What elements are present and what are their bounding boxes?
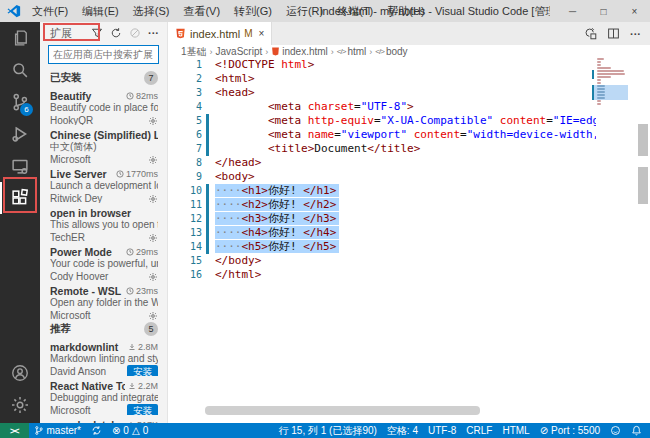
extension-item[interactable]: React Native Tools2.2MDebugging and inte… <box>40 376 167 415</box>
menu-item-2[interactable]: 选择(S) <box>126 0 177 22</box>
refresh-icon[interactable] <box>110 27 122 39</box>
tab-index-html[interactable]: index.html M × <box>168 22 272 45</box>
manage-gear-icon[interactable] <box>148 233 158 243</box>
minimap-line <box>597 85 605 87</box>
settings-gear-icon[interactable] <box>0 389 40 421</box>
breadcrumb-separator: › <box>331 47 334 57</box>
modified-line-indicator <box>202 128 215 142</box>
manage-gear-icon[interactable] <box>148 155 158 165</box>
breadcrumb: 1基础›JavaScript›index.html›</>html›</>bod… <box>168 45 650 58</box>
extensions-icon[interactable] <box>0 182 40 214</box>
editor-group[interactable]: index.html M × ··· 1基础›JavaScript›index.… <box>168 22 650 423</box>
more-actions-icon[interactable]: ··· <box>148 27 159 39</box>
sync-button[interactable] <box>86 423 107 438</box>
line-number: 13 <box>168 226 202 240</box>
code-line-9: 9<body> <box>168 170 596 184</box>
extension-item[interactable]: open in browserThis allows you to open t… <box>40 203 167 242</box>
live-server-port[interactable]: ⊘ Port : 5500 <box>535 423 605 438</box>
feedback-icon[interactable] <box>605 423 626 438</box>
extension-publisher: Microsoft <box>50 405 127 415</box>
clear-search-icon[interactable] <box>129 27 141 39</box>
extension-meta: 82ms <box>126 91 158 101</box>
extension-name: Live Server <box>50 168 113 180</box>
notifications-bell-icon[interactable] <box>626 423 650 438</box>
eol-sequence[interactable]: CRLF <box>461 423 497 438</box>
minimap-line <box>597 70 624 72</box>
account-icon[interactable] <box>0 357 40 389</box>
minimap-line <box>597 67 611 69</box>
extension-publisher: David Anson <box>50 366 127 376</box>
editor-more-actions-icon[interactable]: ··· <box>630 28 641 40</box>
menu-item-3[interactable]: 查看(V) <box>176 0 227 22</box>
modified-line-indicator <box>202 240 215 254</box>
extension-item[interactable]: markdownlint2.8MMarkdown linting and sty… <box>40 337 167 376</box>
extension-item[interactable]: Remote - WSL23msOpen any folder in the W… <box>40 281 167 320</box>
breadcrumb-item-0[interactable]: 1基础 <box>181 45 207 59</box>
cursor-position[interactable]: 行 15, 列 1 (已选择90) <box>274 423 382 438</box>
menu-item-4[interactable]: 转到(G) <box>227 0 279 22</box>
breadcrumb-item-4[interactable]: </>body <box>375 46 407 57</box>
warnings-icon: △ <box>132 423 140 438</box>
code-area[interactable]: 1<!DOCTYPE html>2<html>3<head>4 <meta ch… <box>168 58 596 423</box>
problems-item[interactable]: ⊗0 △0 <box>107 423 153 438</box>
minimize-button[interactable]: ─ <box>557 0 588 22</box>
menu-item-0[interactable]: 文件(F) <box>25 0 75 22</box>
breadcrumb-item-1[interactable]: JavaScript <box>216 46 263 57</box>
install-button[interactable]: 安装 <box>127 365 158 376</box>
minimap-line <box>597 79 601 81</box>
open-changes-icon[interactable] <box>584 27 597 40</box>
section-header-1[interactable]: 推荐5 <box>40 320 167 337</box>
filter-icon[interactable] <box>91 27 103 39</box>
manage-gear-icon[interactable] <box>148 116 158 126</box>
extension-publisher: Microsoft <box>50 154 148 164</box>
manage-gear-icon[interactable] <box>148 194 158 204</box>
extension-item[interactable]: Power Mode29msYour code is powerful, unl… <box>40 242 167 281</box>
encoding[interactable]: UTF-8 <box>423 423 461 438</box>
install-button[interactable]: 安装 <box>127 404 158 415</box>
split-editor-icon[interactable] <box>607 27 620 40</box>
tab-close-icon[interactable]: × <box>258 28 264 39</box>
extension-description: Markdown linting and style ... <box>50 353 158 365</box>
code-line-1: 1<!DOCTYPE html> <box>168 58 596 72</box>
breadcrumb-item-2[interactable]: index.html <box>271 46 328 57</box>
extension-description: 中文(简体) <box>50 141 158 153</box>
minimap-line <box>597 97 605 99</box>
clock-icon <box>126 92 134 100</box>
clock-icon <box>116 170 124 178</box>
git-branch-item[interactable]: master* <box>29 423 86 438</box>
extensions-search-input[interactable] <box>48 45 159 64</box>
vertical-scrollbar[interactable] <box>636 58 650 423</box>
minimap[interactable] <box>596 58 628 138</box>
remote-indicator[interactable]: >< <box>0 423 29 438</box>
manage-gear-icon[interactable] <box>148 311 158 321</box>
minimap-line <box>597 94 605 96</box>
breadcrumb-item-3[interactable]: </>html <box>337 46 366 57</box>
extension-item[interactable]: Live Server1770msLaunch a development lo… <box>40 164 167 203</box>
close-button[interactable]: × <box>619 0 650 22</box>
html5-file-icon <box>175 28 186 39</box>
line-number: 12 <box>168 212 202 226</box>
minimap-line <box>597 103 601 105</box>
line-number: 7 <box>168 142 202 156</box>
source-control-icon[interactable]: 6 <box>0 86 40 118</box>
search-icon[interactable] <box>0 54 40 86</box>
line-number: 16 <box>168 268 202 282</box>
horizontal-scrollbar[interactable] <box>205 406 480 415</box>
extension-description: Launch a development local... <box>50 180 158 192</box>
minimap-line <box>597 88 605 90</box>
remote-explorer-icon[interactable] <box>0 150 40 182</box>
run-debug-icon[interactable] <box>0 118 40 150</box>
section-header-0[interactable]: 已安装7 <box>40 69 167 86</box>
manage-gear-icon[interactable] <box>148 272 158 282</box>
symbol-icon: </> <box>337 47 346 56</box>
extension-item[interactable]: Chinese (Simplified) Lan...中文(简体)Microso… <box>40 125 167 164</box>
explorer-icon[interactable] <box>0 22 40 54</box>
language-mode[interactable]: HTML <box>497 423 534 438</box>
extension-item[interactable]: vscode-database517K <box>40 415 167 423</box>
menu-item-1[interactable]: 编辑(E) <box>75 0 126 22</box>
modified-line-indicator <box>202 212 215 226</box>
maximize-button[interactable]: □ <box>588 0 619 22</box>
extension-item[interactable]: Beautify82msBeautify code in place for V… <box>40 86 167 125</box>
indentation[interactable]: 空格: 4 <box>382 423 423 438</box>
gutter <box>202 254 215 268</box>
